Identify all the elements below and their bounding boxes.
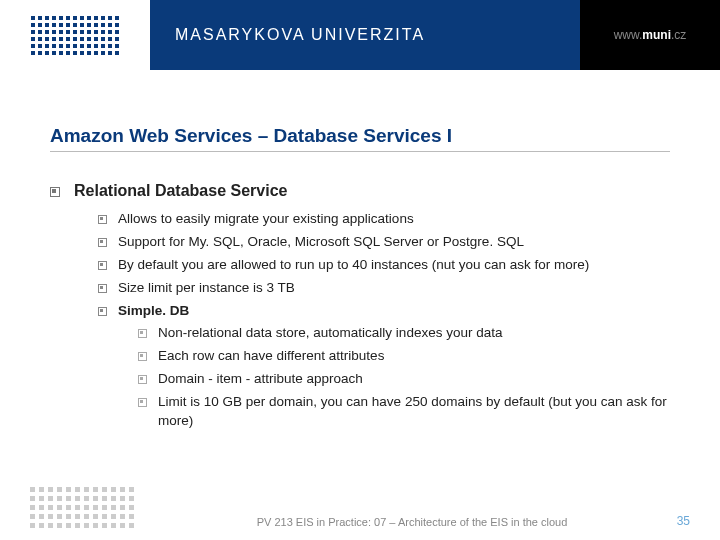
section-heading: Relational Database Service [74,182,287,199]
url-suffix: .cz [671,28,686,42]
page-number: 35 [650,514,690,528]
slide-footer: PV 213 EIS in Practice: 07 – Architectur… [0,487,720,528]
list-item: Size limit per instance is 3 TB [98,279,670,298]
footer-text: PV 213 EIS in Practice: 07 – Architectur… [134,516,650,528]
slide-content: Amazon Web Services – Database Services … [0,70,720,431]
list-item: By default you are allowed to run up to … [98,256,670,275]
header-logo-dots [0,0,150,70]
list-item: Relational Database Service Allows to ea… [50,182,670,431]
slide-title: Amazon Web Services – Database Services … [50,125,670,152]
bullet-list-level2: Allows to easily migrate your existing a… [74,210,670,431]
url-main: muni [642,28,671,42]
dot-pattern-icon [31,16,119,55]
header-title-bar: MASARYKOVA UNIVERZITA [150,0,580,70]
slide-header: MASARYKOVA UNIVERZITA www.muni.cz [0,0,720,70]
list-item: Non-relational data store, automatically… [138,324,670,343]
list-item: Allows to easily migrate your existing a… [98,210,670,229]
bullet-list-level3: Non-relational data store, automatically… [118,324,670,430]
header-url: www.muni.cz [580,0,720,70]
footer-dot-pattern-icon [30,487,134,528]
list-item: Domain - item - attribute approach [138,370,670,389]
list-item: Simple. DB Non-relational data store, au… [98,302,670,431]
list-item: Support for My. SQL, Oracle, Microsoft S… [98,233,670,252]
university-name: MASARYKOVA UNIVERZITA [175,26,425,44]
list-item: Each row can have different attributes [138,347,670,366]
subsection-heading: Simple. DB [118,303,189,318]
bullet-list-level1: Relational Database Service Allows to ea… [50,182,670,431]
list-item: Limit is 10 GB per domain, you can have … [138,393,670,431]
url-prefix: www. [614,28,643,42]
